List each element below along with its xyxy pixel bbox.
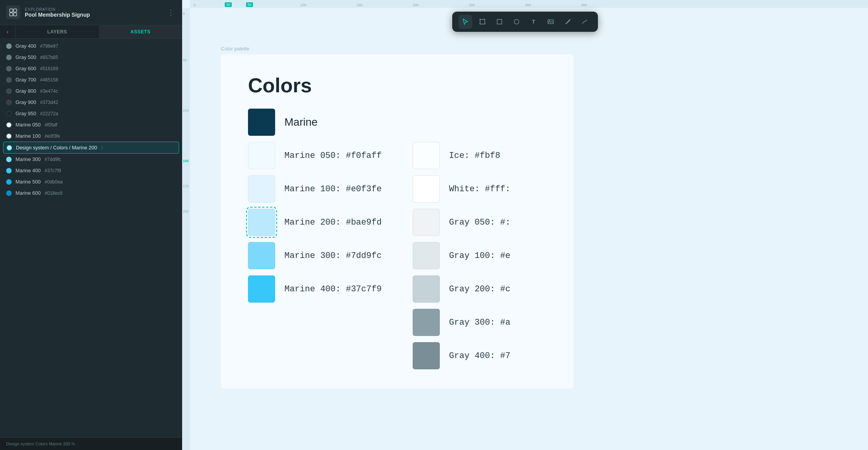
- layer-item[interactable]: Gray 600 #516169: [0, 63, 182, 74]
- gray200-swatch: [413, 275, 440, 303]
- layer-hex: #22272a: [40, 111, 58, 116]
- palette-row-marine100: Marine 100: #e0f3fe: [248, 175, 382, 202]
- marine200-swatch-selected: [248, 209, 275, 236]
- layer-color-dot: [6, 168, 12, 173]
- canvas-content: Color palette Colors Marine Marine 050: …: [190, 8, 868, 450]
- layer-name: Gray 900: [16, 99, 36, 105]
- svg-rect-0: [10, 9, 13, 12]
- svg-rect-10: [497, 19, 502, 24]
- palette-row-gray050: Gray 050: #:: [413, 209, 546, 236]
- tool-image-button[interactable]: [544, 15, 558, 29]
- layer-item[interactable]: Gray 400 #798e97: [0, 40, 182, 52]
- toolbar: T: [452, 12, 598, 32]
- layer-color-dot: [6, 179, 12, 185]
- layer-item[interactable]: Marine 500 #0db0ea: [0, 176, 182, 187]
- ruler-mark-v100: 100: [183, 109, 189, 112]
- ice-label: Ice: #fbf8: [449, 151, 500, 161]
- layer-name: Gray 600: [16, 66, 36, 71]
- layer-item-selected[interactable]: Design system / Colors / Marine 200 ⎸: [3, 142, 179, 154]
- palette-row-gray100: Gray 100: #e: [413, 242, 546, 269]
- bottom-info-text: Design system Colors Marine 200 %: [6, 441, 75, 446]
- ruler-mark-350: 350: [581, 3, 587, 7]
- marine300-label: Marine 300: #7dd9fc: [284, 251, 382, 261]
- layer-item[interactable]: Marine 050 #f0faff: [0, 119, 182, 130]
- marine300-swatch: [248, 242, 275, 269]
- palette-row-marine300: Marine 300: #7dd9fc: [248, 242, 382, 269]
- layers-list: Gray 400 #798e97 Gray 500 #657b85 Gray 6…: [0, 39, 182, 437]
- tool-pen-button[interactable]: [561, 15, 575, 29]
- tool-rect-button[interactable]: [493, 15, 506, 29]
- layer-name: Gray 400: [16, 43, 36, 49]
- layer-name: Gray 500: [16, 54, 36, 60]
- palette-title: Colors: [248, 74, 546, 97]
- layer-hex: #3e474c: [40, 88, 58, 94]
- layer-hex: #f0faff: [45, 122, 57, 128]
- layer-name: Marine 400: [16, 168, 41, 173]
- layer-name: Gray 950: [16, 111, 36, 116]
- gray400-label: Gray 400: #7: [449, 351, 510, 361]
- layer-hex: #516169: [40, 66, 58, 71]
- tool-path-button[interactable]: [578, 15, 592, 29]
- tool-select-button[interactable]: [458, 15, 472, 29]
- layer-item[interactable]: Gray 500 #657b85: [0, 52, 182, 63]
- white-label: White: #fff:: [449, 184, 510, 194]
- palette-row-ice: Ice: #fbf8: [413, 142, 546, 169]
- layer-color-dot: [6, 43, 12, 49]
- layer-item[interactable]: Marine 600 #018ec8: [0, 187, 182, 199]
- layer-name: Marine 100: [16, 133, 41, 139]
- layer-item[interactable]: Marine 300 #7dd9fc: [0, 154, 182, 165]
- tab-layers[interactable]: LAYERS: [16, 25, 99, 38]
- marine050-swatch: [248, 142, 275, 169]
- tab-back-button[interactable]: ‹: [0, 25, 16, 38]
- ruler-mark-v155: 155: [183, 159, 189, 163]
- palette-row-gray200: Gray 200: #c: [413, 275, 546, 303]
- app-title-group: EXPLORATION Pool Membership Signup: [25, 7, 161, 18]
- ruler-mark-v0: 0: [183, 12, 185, 16]
- layer-item[interactable]: Gray 800 #3e474c: [0, 85, 182, 97]
- ruler-mark-150: 150: [356, 3, 362, 7]
- tool-frame-button[interactable]: [475, 15, 489, 29]
- layer-hex: #798e97: [40, 43, 58, 49]
- layer-color-dot: [6, 77, 12, 83]
- svg-point-11: [514, 19, 519, 24]
- ruler-mark-0: 0: [194, 3, 196, 7]
- ruler-mark-v175: 175: [183, 184, 189, 188]
- marine-swatch: [248, 109, 275, 136]
- ruler-mark-v50: 50: [183, 58, 187, 62]
- layer-name: Gray 700: [16, 77, 36, 83]
- app-subtitle: EXPLORATION: [25, 7, 161, 12]
- marine050-label: Marine 050: #f0faff: [284, 151, 382, 161]
- gray300-swatch: [413, 309, 440, 336]
- app-menu-button[interactable]: ⋮: [166, 7, 176, 18]
- layer-item[interactable]: Gray 900 #373d42: [0, 97, 182, 108]
- canvas-area: T 0 30 50 100 150 200 250 3: [182, 0, 868, 450]
- layer-hex: #7dd9fc: [45, 157, 61, 162]
- layer-item[interactable]: Marine 100 #e0f3fe: [0, 130, 182, 142]
- gray400-swatch: [413, 342, 440, 369]
- tool-text-button[interactable]: T: [527, 15, 541, 29]
- layer-color-dot: [6, 111, 12, 116]
- layer-hex: #37c7f9: [45, 168, 61, 173]
- layer-item[interactable]: Gray 700 #465158: [0, 74, 182, 85]
- app-header: EXPLORATION Pool Membership Signup ⋮: [0, 0, 182, 25]
- layer-item[interactable]: Gray 950 #22272a: [0, 108, 182, 119]
- ruler-mark-50: 50: [246, 2, 253, 7]
- layer-name: Gray 800: [16, 88, 36, 94]
- ruler-top: 0 30 50 100 150 200 250 300 350: [190, 0, 868, 8]
- marine400-label: Marine 400: #37c7f9: [284, 284, 382, 294]
- marine400-swatch: [248, 275, 275, 303]
- layer-item[interactable]: Marine 400 #37c7f9: [0, 165, 182, 176]
- layer-color-dot: [7, 145, 12, 151]
- tool-ellipse-button[interactable]: [510, 15, 524, 29]
- color-palette-frame: Color palette Colors Marine Marine 050: …: [221, 54, 574, 389]
- bottom-info-bar: Design system Colors Marine 200 %: [0, 437, 182, 450]
- layer-color-dot: [6, 157, 12, 162]
- layer-color-dot: [6, 55, 12, 60]
- palette-row-gray300: Gray 300: #a: [413, 309, 546, 336]
- layer-color-dot: [6, 122, 12, 128]
- gray050-swatch: [413, 209, 440, 236]
- layer-hex: #e0f3fe: [45, 133, 60, 139]
- layer-color-dot: [6, 133, 12, 139]
- palette-row-gray400: Gray 400: #7: [413, 342, 546, 369]
- tab-assets[interactable]: ASSETS: [99, 25, 182, 38]
